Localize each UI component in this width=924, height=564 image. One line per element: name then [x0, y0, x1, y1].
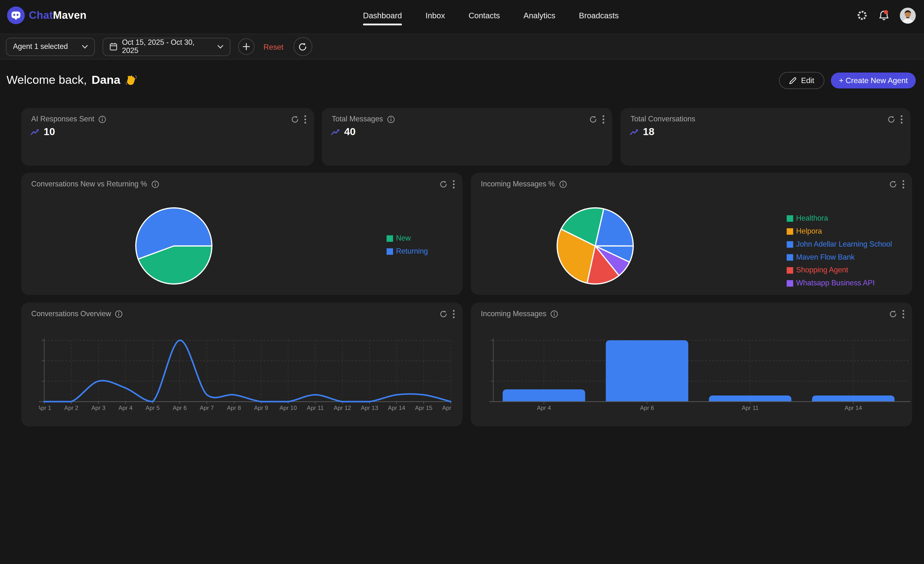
- pie-chart-new-vs-returning[interactable]: [131, 203, 216, 289]
- card-ai-responses-sent: AI Responses Sent 10: [21, 108, 314, 166]
- svg-text:Apr 14: Apr 14: [844, 405, 862, 411]
- refresh-icon[interactable]: [589, 115, 597, 123]
- create-new-agent-button[interactable]: + Create New Agent: [831, 72, 916, 89]
- svg-text:Apr 3: Apr 3: [92, 405, 105, 411]
- kebab-menu-icon[interactable]: [902, 180, 904, 188]
- nav-item-dashboard[interactable]: Dashboard: [363, 11, 402, 20]
- info-icon[interactable]: [550, 310, 558, 317]
- reset-filters-link[interactable]: Reset: [264, 42, 284, 51]
- trend-up-icon: [630, 128, 639, 135]
- legend-label: Whatsapp Business API: [796, 279, 875, 287]
- svg-text:Apr 9: Apr 9: [254, 405, 268, 411]
- legend-label: Shopping Agent: [796, 266, 848, 274]
- legend-swatch: [387, 248, 393, 254]
- add-filter-button[interactable]: [238, 38, 255, 55]
- info-icon[interactable]: [387, 115, 395, 123]
- welcome-heading: Welcome back,Dana: [6, 73, 137, 87]
- legend-label: Maven Flow Bank: [796, 253, 855, 261]
- pie-legend: NewReturning: [387, 234, 428, 255]
- kebab-menu-icon[interactable]: [304, 114, 306, 123]
- svg-text:Apr 14: Apr 14: [388, 405, 405, 411]
- svg-text:Apr 1: Apr 1: [39, 405, 51, 411]
- info-icon[interactable]: [559, 180, 567, 188]
- card-actions: [589, 114, 605, 123]
- notification-bell-icon[interactable]: [878, 9, 890, 21]
- svg-text:Apr 13: Apr 13: [361, 405, 378, 411]
- date-range-picker[interactable]: Oct 15, 2025 - Oct 30, 2025: [102, 38, 230, 56]
- legend-label: New: [396, 234, 411, 242]
- card-actions: [890, 180, 905, 188]
- wave-emoji: [125, 74, 137, 86]
- main-nav: DashboardInboxContactsAnalyticsBroadcast…: [363, 0, 619, 31]
- refresh-all-button[interactable]: [294, 37, 312, 56]
- svg-text:Apr 11: Apr 11: [307, 405, 324, 411]
- kebab-menu-icon[interactable]: [453, 180, 455, 188]
- card-actions: [890, 309, 905, 318]
- user-avatar[interactable]: [900, 8, 916, 23]
- top-navbar: ChatMaven DashboardInboxContactsAnalytic…: [0, 0, 924, 31]
- kebab-menu-icon[interactable]: [602, 114, 605, 123]
- navbar-right: [856, 0, 916, 31]
- nav-item-analytics[interactable]: Analytics: [524, 11, 555, 20]
- plus-icon: [243, 43, 250, 50]
- refresh-icon[interactable]: [890, 180, 897, 188]
- settings-gear-icon[interactable]: [856, 9, 868, 21]
- nav-item-contacts[interactable]: Contacts: [468, 11, 500, 20]
- nav-item-broadcasts[interactable]: Broadcasts: [579, 11, 619, 20]
- refresh-icon[interactable]: [440, 310, 447, 317]
- card-title: Incoming Messages %: [481, 180, 555, 188]
- card-title: Conversations New vs Returning %: [31, 180, 147, 188]
- info-icon[interactable]: [151, 180, 159, 188]
- notification-dot: [884, 10, 888, 14]
- card-actions: [440, 180, 455, 188]
- refresh-icon[interactable]: [291, 115, 299, 123]
- date-range-value: Oct 15, 2025 - Oct 30, 2025: [122, 38, 209, 55]
- pie-chart-incoming-messages[interactable]: [553, 203, 638, 289]
- edit-button-label: Edit: [801, 76, 814, 85]
- legend-swatch: [787, 228, 793, 235]
- pie-legend: HealthoraHelporaJohn Adellar Learning Sc…: [787, 214, 892, 287]
- edit-button[interactable]: Edit: [779, 72, 825, 89]
- kebab-menu-icon[interactable]: [453, 309, 455, 318]
- refresh-icon[interactable]: [890, 310, 897, 317]
- legend-swatch: [787, 254, 793, 260]
- stat-value-row: 40: [331, 126, 356, 138]
- brand-logo[interactable]: ChatMaven: [7, 6, 86, 24]
- refresh-icon[interactable]: [887, 115, 895, 123]
- card-conversations-overview: Conversations Overview Apr 1Apr 2Apr 3Ap…: [21, 302, 462, 426]
- brand-name-chat: Chat: [29, 9, 53, 21]
- legend-item-maven-flow-bank[interactable]: Maven Flow Bank: [787, 253, 892, 261]
- info-icon[interactable]: [115, 310, 123, 317]
- legend-label: Returning: [396, 247, 428, 255]
- legend-item-whatsapp-business-api[interactable]: Whatsapp Business API: [787, 279, 892, 287]
- kebab-menu-icon[interactable]: [902, 309, 904, 318]
- chevron-down-icon: [82, 45, 88, 49]
- legend-item-helpora[interactable]: Helpora: [787, 227, 892, 235]
- legend-item-john-adellar-learning-school[interactable]: John Adellar Learning School: [787, 240, 892, 248]
- nav-item-inbox[interactable]: Inbox: [425, 11, 445, 20]
- card-title: AI Responses Sent: [31, 115, 94, 123]
- legend-swatch: [787, 241, 793, 247]
- line-chart-conversations-overview[interactable]: Apr 1Apr 2Apr 3Apr 4Apr 5Apr 6Apr 7Apr 8…: [39, 330, 452, 416]
- refresh-icon[interactable]: [440, 180, 447, 188]
- agent-select[interactable]: Agent 1 selected: [6, 38, 95, 56]
- kebab-menu-icon[interactable]: [900, 114, 903, 123]
- bar-chart-incoming-messages[interactable]: Apr 4Apr 6Apr 11Apr 14: [489, 330, 910, 416]
- info-icon[interactable]: [98, 115, 106, 123]
- card-total-conversations: Total Conversations 18: [621, 108, 910, 166]
- trend-up-icon: [331, 128, 340, 135]
- legend-item-returning[interactable]: Returning: [387, 247, 428, 255]
- card-actions: [291, 114, 306, 123]
- legend-item-shopping-agent[interactable]: Shopping Agent: [787, 266, 892, 274]
- card-actions: [887, 114, 903, 123]
- svg-text:Apr 4: Apr 4: [118, 405, 132, 411]
- svg-text:Apr 5: Apr 5: [146, 405, 159, 411]
- legend-item-healthora[interactable]: Healthora: [787, 214, 892, 222]
- card-title: Conversations Overview: [31, 310, 111, 318]
- chat-bubble-logo-icon: [7, 6, 24, 24]
- legend-label: Helpora: [796, 227, 822, 235]
- svg-text:Apr 6: Apr 6: [173, 405, 187, 411]
- refresh-icon: [298, 42, 307, 51]
- legend-item-new[interactable]: New: [387, 234, 428, 242]
- card-conversations-new-vs-returning: Conversations New vs Returning % NewRetu…: [21, 173, 462, 295]
